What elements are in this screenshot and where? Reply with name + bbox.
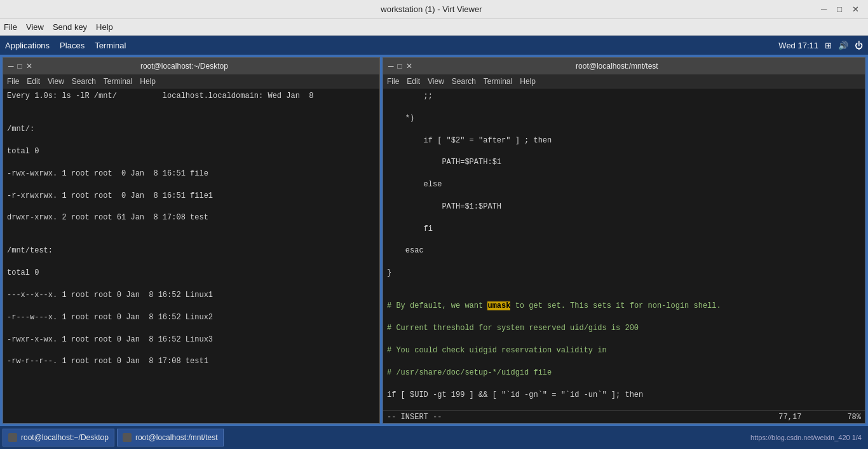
top-panel-left: Applications Places Terminal — [5, 41, 126, 50]
left-menu-search[interactable]: Search — [72, 77, 96, 86]
top-panel: Applications Places Terminal Wed 17:11 ⊞… — [0, 36, 868, 55]
desktop: ─ □ ✕ root@localhost:~/Desktop File Edit… — [0, 55, 868, 426]
window-title: workstation (1) - Virt Viewer — [44, 4, 818, 14]
clock: Wed 17:11 — [778, 41, 818, 50]
taskbar: root@localhost:~/Desktop root@localhost:… — [0, 426, 868, 449]
right-menu-view[interactable]: View — [428, 77, 444, 86]
network-icon: ⊞ — [825, 41, 832, 50]
applications-menu[interactable]: Applications — [5, 41, 50, 50]
vim-mode: -- INSERT -- — [387, 413, 442, 422]
right-menu-search[interactable]: Search — [452, 77, 476, 86]
vim-position: 77,17 78% — [778, 413, 861, 422]
right-terminal-controls: ─ □ ✕ — [388, 62, 412, 71]
left-maximize-btn[interactable]: □ — [18, 62, 22, 71]
terminal-icon-mnt — [123, 433, 132, 442]
left-terminal-title: root@localhost:~/Desktop — [32, 62, 336, 71]
maximize-button[interactable]: □ — [834, 4, 844, 14]
left-terminal-window: ─ □ ✕ root@localhost:~/Desktop File Edit… — [3, 57, 380, 424]
left-menu-help[interactable]: Help — [140, 77, 156, 86]
menu-view[interactable]: View — [26, 22, 44, 32]
menu-help[interactable]: Help — [96, 22, 113, 32]
taskbar-label-desktop: root@localhost:~/Desktop — [21, 433, 109, 442]
left-menu-terminal[interactable]: Terminal — [104, 77, 132, 86]
right-maximize-btn[interactable]: □ — [398, 62, 402, 71]
left-close-btn[interactable]: ✕ — [26, 62, 32, 71]
app-menu-bar: File View Send key Help — [0, 19, 868, 36]
right-menu-terminal[interactable]: Terminal — [484, 77, 512, 86]
title-bar: workstation (1) - Virt Viewer ─ □ ✕ — [0, 0, 868, 19]
left-minimize-btn[interactable]: ─ — [8, 62, 14, 71]
right-menu-file[interactable]: File — [387, 77, 399, 86]
left-terminal-content[interactable]: Every 1.0s: ls -lR /mnt/ localhost.local… — [3, 88, 379, 423]
right-terminal-window: ─ □ ✕ root@localhost:/mnt/test File Edit… — [383, 57, 865, 424]
minimize-button[interactable]: ─ — [818, 4, 829, 14]
left-terminal-controls: ─ □ ✕ — [8, 62, 32, 71]
left-terminal-menu: File Edit View Search Terminal Help — [3, 74, 379, 88]
taskbar-left: root@localhost:~/Desktop root@localhost:… — [3, 429, 224, 446]
close-button[interactable]: ✕ — [850, 4, 862, 14]
taskbar-label-mnt: root@localhost:/mnt/test — [135, 433, 218, 442]
taskbar-right: https://blog.csdn.net/weixin_420 1/4 — [750, 434, 865, 441]
right-terminal-content[interactable]: ;; *) if [ "$2" = "after" ] ; then PATH=… — [383, 88, 865, 410]
left-menu-view[interactable]: View — [48, 77, 64, 86]
terminal-menu[interactable]: Terminal — [95, 41, 126, 50]
power-icon[interactable]: ⏻ — [855, 41, 863, 50]
taskbar-item-mnt[interactable]: root@localhost:/mnt/test — [117, 429, 224, 446]
right-menu-edit[interactable]: Edit — [407, 77, 420, 86]
vim-status-bar: -- INSERT -- 77,17 78% — [383, 410, 865, 423]
menu-file[interactable]: File — [4, 22, 17, 32]
right-close-btn[interactable]: ✕ — [406, 62, 412, 71]
menu-sendkey[interactable]: Send key — [53, 22, 87, 32]
places-menu[interactable]: Places — [60, 41, 85, 50]
right-terminal-menu: File Edit View Search Terminal Help — [383, 74, 865, 88]
taskbar-item-desktop[interactable]: root@localhost:~/Desktop — [3, 429, 114, 446]
volume-icon: 🔊 — [838, 41, 848, 50]
left-terminal-title-bar: ─ □ ✕ root@localhost:~/Desktop — [3, 58, 379, 74]
title-bar-controls: ─ □ ✕ — [818, 4, 862, 14]
right-minimize-btn[interactable]: ─ — [388, 62, 394, 71]
right-menu-help[interactable]: Help — [520, 77, 536, 86]
taskbar-url: https://blog.csdn.net/weixin_420 1/4 — [750, 434, 862, 441]
top-panel-right: Wed 17:11 ⊞ 🔊 ⏻ — [778, 41, 863, 50]
right-terminal-title-bar: ─ □ ✕ root@localhost:/mnt/test — [383, 58, 865, 74]
left-menu-edit[interactable]: Edit — [27, 77, 40, 86]
left-menu-file[interactable]: File — [7, 77, 19, 86]
terminal-icon-desktop — [8, 433, 17, 442]
right-terminal-title: root@localhost:/mnt/test — [412, 62, 822, 71]
